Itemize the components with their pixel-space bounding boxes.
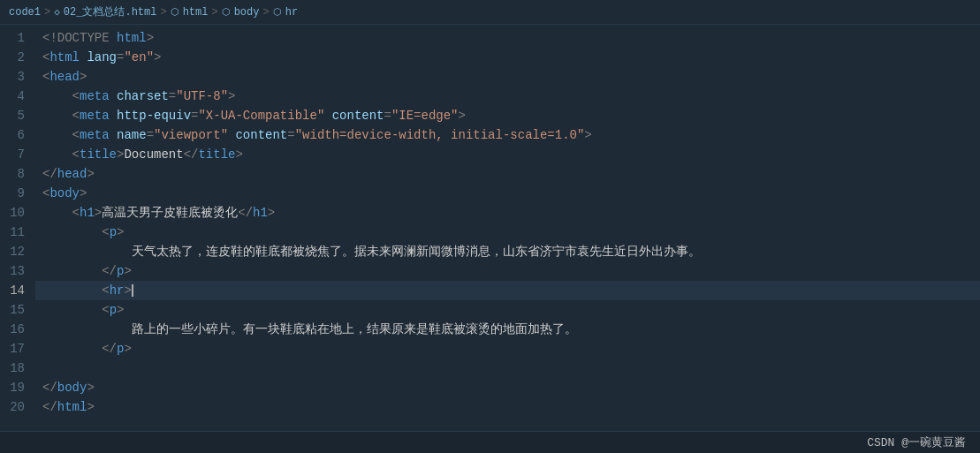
code-line-4: <meta charset="UTF-8"> [35,87,980,106]
code-line-20: </html> [35,397,980,417]
code-line-3: <head> [35,67,980,87]
code-line-18 [35,359,980,378]
code-content[interactable]: <!DOCTYPE html> <html lang="en"> <head> … [35,25,980,431]
line-num-20: 20 [7,397,25,417]
line-num-15: 15 [7,300,25,320]
bc-diamond-icon: ◇ [54,6,60,18]
breadcrumb: code1 > ◇ 02_文档总结.html > ⬡ html > ⬡ body… [0,0,980,25]
code-line-1: <!DOCTYPE html> [35,28,980,48]
code-line-14: <hr> [35,281,980,300]
line-num-17: 17 [7,339,25,359]
line-num-1: 1 [7,28,25,48]
line-num-10: 10 [7,203,25,223]
code-line-5: <meta http-equiv="X-UA-Compatible" conte… [35,106,980,125]
code-line-11: <p> [35,223,980,242]
code-line-15: <p> [35,300,980,320]
bc-code1[interactable]: code1 [9,6,41,19]
code-line-2: <html lang="en"> [35,48,980,67]
line-num-18: 18 [7,359,25,378]
code-line-19: </body> [35,378,980,397]
bc-sep1: > [44,6,50,19]
code-line-16: 路上的一些小碎片。有一块鞋底粘在地上，结果原来是鞋底被滚烫的地面加热了。 [35,320,980,339]
line-num-14: 14 [7,281,25,300]
code-line-8: </head> [35,164,980,184]
bc-sep4: > [262,6,269,19]
bc-tag-icon1: ⬡ [171,6,179,18]
line-num-3: 3 [7,67,25,87]
line-num-11: 11 [7,223,25,242]
bc-sep3: > [211,6,217,19]
code-line-12: 天气太热了，连皮鞋的鞋底都被烧焦了。据未来网澜新闻微博消息，山东省济宁市袁先生近… [35,242,980,261]
line-num-6: 6 [7,125,25,145]
line-num-12: 12 [7,242,25,261]
bc-hr[interactable]: hr [285,6,298,19]
line-num-8: 8 [7,164,25,184]
footer-bar: CSDN @一碗黄豆酱 [0,431,980,453]
code-line-13: </p> [35,261,980,281]
code-line-10: <h1>高温天男子皮鞋底被烫化</h1> [35,203,980,223]
footer-brand: CSDN @一碗黄豆酱 [867,434,966,450]
line-num-4: 4 [7,87,25,106]
bc-html[interactable]: html [183,6,209,19]
line-num-9: 9 [7,184,25,203]
bc-filename[interactable]: 02_文档总结.html [64,4,157,19]
line-num-16: 16 [7,320,25,339]
line-num-5: 5 [7,106,25,125]
editor-container: code1 > ◇ 02_文档总结.html > ⬡ html > ⬡ body… [0,0,980,453]
line-num-2: 2 [7,48,25,67]
line-num-19: 19 [7,378,25,397]
code-line-7: <title>Document</title> [35,145,980,164]
bc-tag-icon3: ⬡ [273,6,282,18]
code-line-9: <body> [35,184,980,203]
line-num-7: 7 [7,145,25,164]
line-num-13: 13 [7,261,25,281]
code-line-17: </p> [35,339,980,359]
bc-sep2: > [160,6,166,19]
bc-tag-icon2: ⬡ [222,6,231,18]
code-area: 1 2 3 4 5 6 7 8 9 10 11 12 13 14 15 16 1… [0,25,980,431]
line-numbers: 1 2 3 4 5 6 7 8 9 10 11 12 13 14 15 16 1… [0,25,35,431]
bc-body[interactable]: body [234,6,260,19]
code-line-6: <meta name="viewport" content="width=dev… [35,125,980,145]
